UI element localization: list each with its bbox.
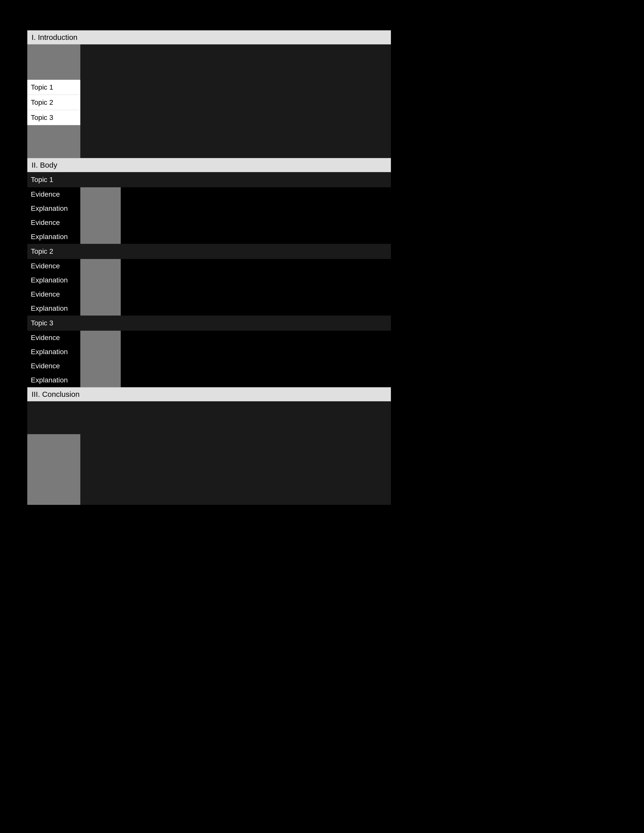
body-t3-explanation2-label: Explanation [27, 373, 80, 387]
body-t3-explanation1-right [121, 345, 391, 359]
body-topic1-row: Topic 1 [27, 172, 391, 187]
body-t1-explanation2-right [121, 230, 391, 244]
body-t2-evidence2-gray [80, 287, 121, 301]
body-t3-evidence2-label: Evidence [27, 359, 80, 373]
body-t3-explanation2-right [121, 373, 391, 387]
introduction-header: I. Introduction [27, 30, 391, 44]
conclusion-body [27, 401, 391, 505]
introduction-body: Topic 1 Topic 2 Topic 3 [27, 44, 391, 158]
intro-topic1-dark [80, 80, 391, 95]
body-t2-explanation2-gray [80, 301, 121, 315]
body-t2-evidence1-right [121, 259, 391, 273]
body-t1-explanation1-right [121, 201, 391, 215]
body-t1-evidence2-right [121, 215, 391, 230]
body-t1-evidence2-row: Evidence [27, 215, 391, 230]
body-t2-explanation2-label: Explanation [27, 301, 80, 315]
body-t2-explanation1-right [121, 273, 391, 287]
body-t2-evidence2-label: Evidence [27, 287, 80, 301]
conc-gray1-left [27, 434, 80, 452]
body-t3-evidence2-row: Evidence [27, 359, 391, 373]
body-t1-explanation1-gray [80, 201, 121, 215]
body-t2-explanation1-label: Explanation [27, 273, 80, 287]
body-t1-evidence1-label: Evidence [27, 187, 80, 201]
intro-bottom-dark [80, 125, 391, 158]
body-t1-explanation2-gray [80, 230, 121, 244]
page-container: I. Introduction Topic 1 Topic 2 Topic 3 … [27, 30, 391, 505]
intro-top-dark [80, 44, 391, 80]
body-t1-evidence2-label: Evidence [27, 215, 80, 230]
body-t3-evidence2-gray [80, 359, 121, 373]
body-t3-explanation1-label: Explanation [27, 345, 80, 359]
body-t1-evidence1-row: Evidence [27, 187, 391, 201]
intro-topic1-row: Topic 1 [27, 80, 391, 95]
body-t2-explanation1-row: Explanation [27, 273, 391, 287]
conc-gray2-left [27, 452, 80, 470]
body-topic3-label: Topic 3 [27, 315, 80, 331]
body-topic1-label: Topic 1 [27, 172, 80, 187]
body-t2-evidence2-row: Evidence [27, 287, 391, 301]
intro-topic1-label: Topic 1 [27, 80, 80, 95]
body-t2-explanation2-row: Explanation [27, 301, 391, 315]
body-t1-evidence1-right [121, 187, 391, 201]
body-t3-explanation2-gray [80, 373, 121, 387]
body-t1-explanation2-row: Explanation [27, 230, 391, 244]
intro-topic2-dark [80, 95, 391, 110]
intro-topic3-label: Topic 3 [27, 110, 80, 125]
body-t3-evidence1-gray [80, 331, 121, 345]
body-t3-explanation1-row: Explanation [27, 345, 391, 359]
intro-topic3-dark [80, 110, 391, 125]
body-t1-explanation1-label: Explanation [27, 201, 80, 215]
body-t2-evidence1-row: Evidence [27, 259, 391, 273]
conc-top-row [27, 401, 391, 434]
conc-top-right-dark [80, 401, 391, 434]
body-topic2-label: Topic 2 [27, 244, 80, 259]
conc-bottom-dark [80, 470, 391, 505]
body-topic3-row: Topic 3 [27, 315, 391, 331]
intro-top-gray [27, 44, 80, 80]
conc-gray1-row [27, 434, 391, 452]
intro-bottom-gray [27, 125, 80, 158]
intro-top-row [27, 44, 391, 80]
body-t1-explanation1-row: Explanation [27, 201, 391, 215]
conc-gray2-right [80, 452, 391, 470]
body-t3-evidence2-right [121, 359, 391, 373]
body-t2-evidence1-gray [80, 259, 121, 273]
body-t1-explanation2-label: Explanation [27, 230, 80, 244]
conc-bottom-gray [27, 470, 80, 505]
body-t2-explanation2-right [121, 301, 391, 315]
body-topic1-dark [80, 172, 391, 187]
body-t1-evidence1-gray [80, 187, 121, 201]
intro-topic2-row: Topic 2 [27, 95, 391, 110]
body-topic3-dark [80, 315, 391, 331]
body-t3-evidence1-right [121, 331, 391, 345]
body-t2-explanation1-gray [80, 273, 121, 287]
conc-gray1-right [80, 434, 391, 452]
body-t1-evidence2-gray [80, 215, 121, 230]
body-t3-evidence1-row: Evidence [27, 331, 391, 345]
body-t3-explanation1-gray [80, 345, 121, 359]
conc-gray2-row [27, 452, 391, 470]
conclusion-header: III. Conclusion [27, 387, 391, 401]
body-topic2-dark [80, 244, 391, 259]
intro-bottom-row [27, 125, 391, 158]
conc-bottom-row [27, 470, 391, 505]
intro-topic3-row: Topic 3 [27, 110, 391, 125]
body-section: Topic 1 Evidence Explanation Evidence Ex… [27, 172, 391, 387]
body-t2-evidence2-right [121, 287, 391, 301]
conc-top-left-dark [27, 401, 80, 434]
body-topic2-row: Topic 2 [27, 244, 391, 259]
body-t3-evidence1-label: Evidence [27, 331, 80, 345]
intro-topic2-label: Topic 2 [27, 95, 80, 110]
body-header: II. Body [27, 158, 391, 172]
body-t3-explanation2-row: Explanation [27, 373, 391, 387]
body-t2-evidence1-label: Evidence [27, 259, 80, 273]
